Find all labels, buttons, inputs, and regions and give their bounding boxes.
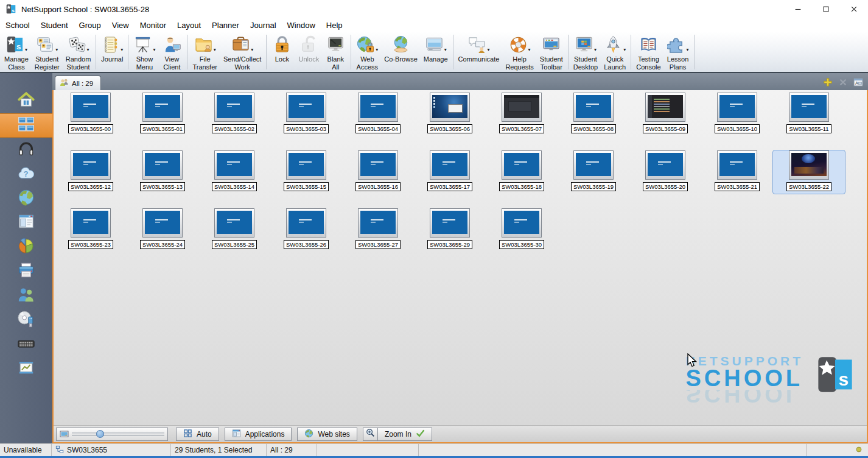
tab-all-students[interactable]: All : 29	[55, 76, 101, 90]
menu-view[interactable]: View	[107, 19, 135, 31]
menu-journal[interactable]: Journal	[245, 19, 282, 31]
dropdown-arrow-icon[interactable]: ▾	[594, 47, 597, 52]
student-thumbnail-sw03l3655-16[interactable]: SW03L3655-16	[342, 150, 414, 194]
sidebar-item-print-view[interactable]	[0, 259, 52, 284]
help-requests-button[interactable]: ▾HelpRequests	[502, 32, 536, 72]
student-thumbnail-sw03l3655-17[interactable]: SW03L3655-17	[414, 150, 486, 194]
dropdown-arrow-icon[interactable]: ▾	[687, 47, 689, 52]
sidebar-item-students-view[interactable]	[0, 284, 52, 308]
student-thumbnail-sw03l3655-06[interactable]: SW03L3655-06	[414, 93, 486, 136]
lock-button[interactable]: Lock	[268, 32, 295, 72]
menu-student[interactable]: Student	[35, 19, 74, 31]
random-student-button[interactable]: ▾RandomStudent	[63, 32, 94, 72]
student-thumbnail-sw03l3655-01[interactable]: SW03L3655-01	[127, 93, 198, 136]
view-client-button[interactable]: ViewClient	[158, 32, 185, 72]
menu-group[interactable]: Group	[74, 19, 107, 31]
student-thumbnail-sw03l3655-18[interactable]: SW03L3655-18	[486, 150, 558, 194]
student-thumbnail-sw03l3655-22[interactable]: SW03L3655-22	[773, 150, 845, 194]
student-thumbnail-sw03l3655-25[interactable]: SW03L3655-25	[198, 208, 270, 252]
magnifier-button[interactable]	[363, 428, 377, 441]
minimize-button[interactable]	[784, 0, 812, 18]
student-thumbnail-sw03l3655-11[interactable]: SW03L3655-11	[773, 93, 845, 136]
file-transfer-button[interactable]: ▾FileTransfer	[189, 32, 220, 72]
menu-monitor[interactable]: Monitor	[135, 19, 172, 31]
student-thumbnail-sw03l3655-23[interactable]: SW03L3655-23	[55, 208, 127, 252]
manage-class-button[interactable]: s▾ManageClass	[1, 32, 32, 72]
student-thumbnail-sw03l3655-09[interactable]: SW03L3655-09	[629, 93, 701, 136]
blank-all-button[interactable]: BlankAll	[322, 32, 349, 72]
close-button[interactable]	[840, 0, 868, 18]
testing-console-button[interactable]: TestingConsole	[633, 32, 663, 72]
student-thumbnail-sw03l3655-08[interactable]: SW03L3655-08	[558, 93, 629, 136]
student-thumbnail-sw03l3655-14[interactable]: SW03L3655-14	[198, 150, 270, 194]
sidebar-item-survey-view[interactable]	[0, 235, 52, 259]
dropdown-arrow-icon[interactable]: ▾	[214, 47, 216, 52]
dropdown-arrow-icon[interactable]: ▾	[153, 47, 155, 52]
co-browse-button[interactable]: Co-Browse	[381, 32, 420, 72]
communicate-button[interactable]: ▾Communicate	[455, 32, 503, 72]
sidebar-item-devices-view[interactable]	[0, 308, 52, 333]
menu-window[interactable]: Window	[282, 19, 321, 31]
menu-planner[interactable]: Planner	[206, 19, 245, 31]
manage-button[interactable]: ▾Manage	[421, 32, 451, 72]
remove-group-button[interactable]	[838, 77, 848, 87]
menu-help[interactable]: Help	[321, 19, 348, 31]
student-thumbnail-sw03l3655-15[interactable]: SW03L3655-15	[270, 150, 342, 194]
show-menu-button[interactable]: ▾ShowMenu	[130, 32, 158, 72]
student-thumbnail-sw03l3655-27[interactable]: SW03L3655-27	[342, 208, 414, 252]
sidebar-item-whiteboard-view[interactable]	[0, 357, 52, 381]
dropdown-arrow-icon[interactable]: ▾	[528, 47, 531, 52]
dropdown-arrow-icon[interactable]: ▾	[55, 47, 58, 52]
student-thumbnail-sw03l3655-10[interactable]: SW03L3655-10	[701, 93, 773, 136]
student-thumbnail-sw03l3655-26[interactable]: SW03L3655-26	[270, 208, 342, 252]
dropdown-arrow-icon[interactable]: ▾	[376, 47, 378, 52]
sidebar-item-audio-view[interactable]	[0, 138, 52, 162]
student-thumbnail-sw03l3655-20[interactable]: SW03L3655-20	[629, 150, 701, 194]
menu-layout[interactable]: Layout	[172, 19, 206, 31]
journal-button[interactable]: ▾Journal	[98, 32, 126, 72]
slider-knob[interactable]	[96, 430, 104, 438]
zoom-in-button[interactable]: Zoom In	[377, 428, 432, 441]
slider-track[interactable]	[72, 431, 164, 438]
dropdown-arrow-icon[interactable]: ▾	[87, 47, 89, 52]
auto-button[interactable]: Auto	[176, 428, 219, 441]
student-toolbar-button[interactable]: StudentToolbar	[537, 32, 566, 72]
dropdown-arrow-icon[interactable]: ▾	[487, 47, 489, 52]
sidebar-item-question-answer-view[interactable]: ?	[0, 162, 52, 186]
student-thumbnail-sw03l3655-03[interactable]: SW03L3655-03	[270, 93, 342, 136]
student-thumbnail-sw03l3655-30[interactable]: SW03L3655-30	[486, 208, 558, 252]
student-thumbnail-sw03l3655-13[interactable]: SW03L3655-13	[127, 150, 198, 194]
student-thumbnail-sw03l3655-04[interactable]: SW03L3655-04	[342, 93, 414, 136]
dropdown-arrow-icon[interactable]: ▾	[121, 47, 123, 52]
student-thumbnail-sw03l3655-24[interactable]: SW03L3655-24	[127, 208, 198, 252]
student-thumbnail-sw03l3655-00[interactable]: SW03L3655-00	[55, 93, 127, 136]
student-thumbnail-sw03l3655-19[interactable]: SW03L3655-19	[558, 150, 629, 194]
student-thumbnail-sw03l3655-02[interactable]: SW03L3655-02	[198, 93, 270, 136]
quick-launch-button[interactable]: ▾QuickLaunch	[601, 32, 629, 72]
applications-button[interactable]: Applications	[225, 428, 292, 441]
add-group-button[interactable]	[823, 77, 833, 87]
web-access-button[interactable]: ▾WebAccess	[353, 32, 381, 72]
sidebar-item-web-view[interactable]	[0, 186, 52, 211]
student-desktop-button[interactable]: ▾StudentDesktop	[570, 32, 601, 72]
sidebar-item-normal-view[interactable]	[0, 89, 52, 113]
sidebar-item-monitor-view[interactable]	[0, 113, 52, 138]
dropdown-arrow-icon[interactable]: ▾	[444, 47, 447, 52]
student-thumbnail-sw03l3655-12[interactable]: SW03L3655-12	[55, 150, 127, 194]
dropdown-arrow-icon[interactable]: ▾	[25, 47, 27, 52]
send-collect-work-button[interactable]: ▾Send/CollectWork	[220, 32, 264, 72]
thumbnail-size-slider[interactable]	[56, 428, 168, 441]
web-sites-button[interactable]: Web sites	[297, 428, 357, 441]
sidebar-item-applications-view[interactable]	[0, 211, 52, 235]
student-thumbnail-sw03l3655-29[interactable]: SW03L3655-29	[414, 208, 486, 252]
student-thumbnail-sw03l3655-07[interactable]: SW03L3655-07	[486, 93, 558, 136]
student-thumbnail-sw03l3655-21[interactable]: SW03L3655-21	[701, 150, 773, 194]
menu-school[interactable]: School	[0, 19, 35, 31]
sidebar-item-typing-view[interactable]	[0, 333, 52, 357]
dropdown-arrow-icon[interactable]: ▾	[623, 47, 626, 52]
lesson-plans-button[interactable]: ▾LessonPlans	[664, 32, 692, 72]
maximize-button[interactable]	[812, 0, 840, 18]
student-register-button[interactable]: ▾StudentRegister	[32, 32, 63, 72]
group-properties-button[interactable]: A	[853, 77, 863, 87]
dropdown-arrow-icon[interactable]: ▾	[251, 47, 253, 52]
